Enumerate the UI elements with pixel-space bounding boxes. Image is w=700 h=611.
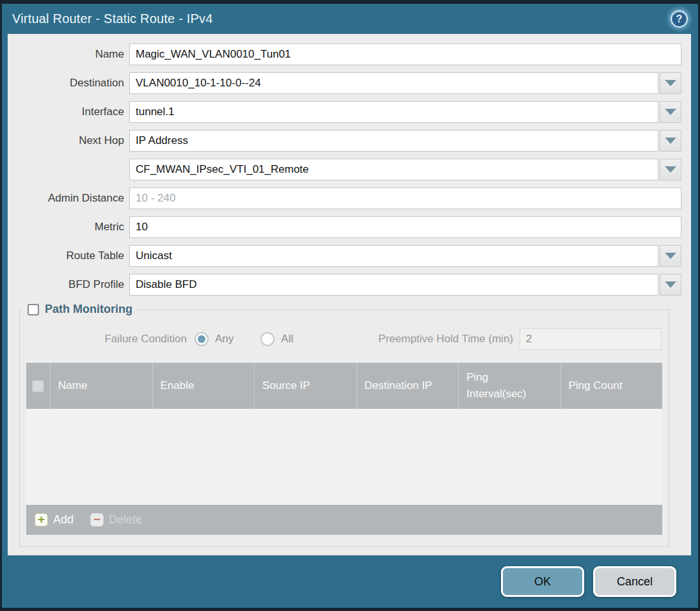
path-monitoring-section: Path Monitoring Failure Condition Any Al… xyxy=(19,310,669,547)
route-table-label: Route Table xyxy=(8,245,129,267)
table-header-select-all xyxy=(26,363,50,409)
failure-condition-any-label: Any xyxy=(215,333,234,345)
interface-input[interactable] xyxy=(129,101,658,123)
failure-condition-row: Failure Condition Any All Preemptive Hol… xyxy=(20,328,669,350)
destination-label: Destination xyxy=(8,72,129,94)
form-row-next-hop: Next Hop xyxy=(8,130,681,152)
next-hop-type-input[interactable] xyxy=(129,130,658,152)
minus-icon xyxy=(90,513,104,527)
route-table-input[interactable] xyxy=(129,245,658,267)
form-row-route-table: Route Table xyxy=(8,245,681,267)
path-monitoring-legend: Path Monitoring xyxy=(22,303,138,316)
route-table-dropdown-button[interactable] xyxy=(660,245,681,267)
preemptive-hold-time-label: Preemptive Hold Time (min) xyxy=(378,333,520,345)
table-header-row: Name Enable Source IP Destination IP Pin… xyxy=(26,363,662,409)
table-header-destination-ip: Destination IP xyxy=(356,363,459,409)
table-header-name: Name xyxy=(50,363,152,409)
preemptive-hold-time-input[interactable] xyxy=(520,328,662,350)
dialog-footer: OK Cancel xyxy=(2,555,698,608)
form-row-metric: Metric xyxy=(8,216,681,238)
name-label: Name xyxy=(8,44,129,65)
table-toolbar: Add Delete xyxy=(26,505,662,535)
ok-button[interactable]: OK xyxy=(501,566,584,597)
dialog-title: Virtual Router - Static Route - IPv4 xyxy=(12,12,213,26)
chevron-down-icon xyxy=(665,138,676,144)
bfd-profile-input[interactable] xyxy=(129,274,658,296)
failure-condition-all-label: All xyxy=(281,333,293,345)
form-row-destination: Destination xyxy=(8,72,681,94)
name-input[interactable] xyxy=(129,44,681,65)
delete-button[interactable]: Delete xyxy=(90,513,142,527)
chevron-down-icon xyxy=(665,166,676,173)
add-button-label: Add xyxy=(53,513,74,527)
select-all-checkbox[interactable] xyxy=(33,381,44,392)
path-monitoring-title: Path Monitoring xyxy=(45,303,132,316)
next-hop-label: Next Hop xyxy=(8,130,129,152)
interface-label: Interface xyxy=(8,101,129,123)
form-row-name: Name xyxy=(8,44,681,65)
form-row-interface: Interface xyxy=(8,101,681,123)
next-hop-address-dropdown-button[interactable] xyxy=(660,159,681,180)
table-header-ping-interval: Ping Interval(sec) xyxy=(458,363,561,409)
dialog-frame: Virtual Router - Static Route - IPv4 Nam… xyxy=(2,4,698,608)
delete-button-label: Delete xyxy=(109,513,142,527)
table-header-source-ip: Source IP xyxy=(254,363,356,409)
bfd-profile-dropdown-button[interactable] xyxy=(660,274,681,296)
form-row-next-hop-address xyxy=(8,159,681,180)
next-hop-dropdown-button[interactable] xyxy=(660,130,681,152)
cancel-button[interactable]: Cancel xyxy=(593,566,676,597)
add-button[interactable]: Add xyxy=(35,513,74,527)
help-icon[interactable] xyxy=(671,10,688,28)
table-header-enable: Enable xyxy=(152,363,255,409)
chevron-down-icon xyxy=(665,109,676,115)
chevron-down-icon xyxy=(665,282,676,288)
destination-input[interactable] xyxy=(129,72,658,94)
chevron-down-icon xyxy=(665,80,676,86)
admin-distance-input[interactable] xyxy=(129,187,681,209)
failure-condition-all-radio[interactable] xyxy=(260,332,274,346)
content-wrap: Name Destination Interface xyxy=(2,34,698,555)
dialog-window: Virtual Router - Static Route - IPv4 Nam… xyxy=(0,0,700,611)
next-hop-address-input[interactable] xyxy=(129,159,658,180)
table-body-empty xyxy=(26,409,662,505)
interface-dropdown-button[interactable] xyxy=(660,101,681,123)
chevron-down-icon xyxy=(665,253,676,259)
failure-condition-any-radio[interactable] xyxy=(195,332,209,346)
plus-icon xyxy=(35,513,48,527)
admin-distance-label: Admin Distance xyxy=(8,187,129,209)
table-header-ping-count: Ping Count xyxy=(561,363,663,409)
form-content: Name Destination Interface xyxy=(8,34,691,555)
titlebar: Virtual Router - Static Route - IPv4 xyxy=(2,4,698,34)
metric-input[interactable] xyxy=(129,216,681,238)
metric-label: Metric xyxy=(8,216,129,238)
path-monitoring-checkbox[interactable] xyxy=(28,304,39,315)
form-row-admin-distance: Admin Distance xyxy=(8,187,681,209)
form-row-bfd-profile: BFD Profile xyxy=(8,274,681,296)
bfd-profile-label: BFD Profile xyxy=(8,274,129,296)
failure-condition-label: Failure Condition xyxy=(27,333,195,345)
path-monitoring-table: Name Enable Source IP Destination IP Pin… xyxy=(26,363,662,535)
destination-dropdown-button[interactable] xyxy=(660,72,681,94)
